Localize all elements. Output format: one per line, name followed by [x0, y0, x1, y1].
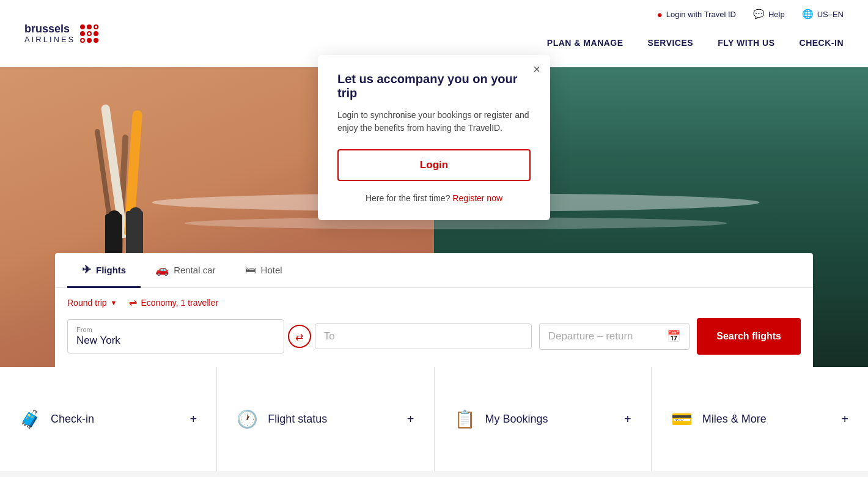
flight-status-plus: + [407, 412, 414, 426]
logo-line2: AIRLINES [24, 35, 75, 45]
car-icon: 🚗 [155, 263, 169, 276]
dot-9 [94, 38, 98, 43]
passengers-selector[interactable]: ⇌ Economy, 1 traveller [129, 297, 218, 308]
miles-icon: 💳 [671, 409, 693, 429]
bookings-label: My Bookings [485, 413, 615, 426]
modal-register-text: Here for the first time? Register now [337, 193, 531, 203]
swap-button[interactable]: ⇄ [288, 325, 311, 348]
search-panel: ✈ Flights 🚗 Rental car 🛏 Hotel Round tri… [55, 253, 813, 367]
dot-2 [87, 24, 92, 29]
tabs-bar: ✈ Flights 🚗 Rental car 🛏 Hotel [55, 253, 813, 288]
search-options: Round trip ▼ ⇌ Economy, 1 traveller [55, 288, 813, 313]
modal-description: Login to synchronise your bookings or re… [337, 109, 531, 135]
passengers-label: Economy, 1 traveller [141, 298, 218, 308]
globe-icon: 🌐 [802, 9, 814, 20]
nav-checkin[interactable]: CHECK-IN [800, 38, 844, 48]
bottom-section: 🧳 Check-in + 🕐 Flight status + 📋 My Book… [0, 367, 868, 471]
to-field[interactable]: To [315, 324, 532, 349]
nav-services[interactable]: SERVICES [648, 38, 694, 48]
miles-more-card[interactable]: 💳 Miles & More + [652, 367, 868, 471]
swap-icon: ⇄ [295, 331, 303, 342]
modal-close-button[interactable]: × [533, 62, 540, 76]
filter-icon: ⇌ [129, 297, 137, 308]
login-label: Login with Travel ID [666, 10, 736, 19]
main-nav: PLAN & MANAGE SERVICES FLY WITH US CHECK… [547, 38, 844, 48]
logo[interactable]: brussels AIRLINES [24, 23, 98, 45]
flight-status-icon: 🕐 [237, 409, 258, 429]
flight-status-label: Flight status [268, 413, 397, 426]
tab-flights[interactable]: ✈ Flights [67, 253, 141, 288]
help-icon: 💬 [753, 9, 765, 20]
tab-flights-label: Flights [96, 265, 126, 275]
dot-6 [94, 31, 98, 36]
logo-line1: brussels [24, 23, 75, 35]
flight-status-card[interactable]: 🕐 Flight status + [217, 367, 434, 471]
checkin-label: Check-in [51, 413, 180, 426]
head-2 [129, 207, 142, 221]
checkin-plus: + [190, 412, 197, 426]
dot-7 [80, 38, 85, 43]
trip-type-label: Round trip [67, 298, 107, 308]
bed-icon: 🛏 [245, 264, 256, 276]
flights-icon: ✈ [82, 263, 91, 276]
bookings-icon: 📋 [454, 409, 476, 429]
miles-label: Miles & More [702, 413, 832, 426]
dot-8 [87, 38, 92, 43]
search-flights-button[interactable]: Search flights [697, 318, 801, 355]
dot-1 [80, 24, 85, 29]
calendar-icon: 📅 [667, 330, 680, 343]
user-icon: ● [657, 9, 663, 20]
nav-fly-with-us[interactable]: FLY WITH US [718, 38, 774, 48]
tab-rental-car[interactable]: 🚗 Rental car [141, 253, 230, 288]
modal-login-button[interactable]: Login [337, 149, 531, 181]
my-bookings-card[interactable]: 📋 My Bookings + [435, 367, 652, 471]
locale-label: US–EN [817, 10, 844, 19]
login-modal: × Let us accompany you on your trip Logi… [318, 55, 550, 220]
logo-text: brussels AIRLINES [24, 23, 75, 45]
from-field[interactable]: From New York [67, 319, 284, 353]
login-link[interactable]: ● Login with Travel ID [657, 9, 736, 20]
date-field[interactable]: Departure – return 📅 [539, 323, 690, 350]
logo-dots [80, 24, 98, 43]
dot-4 [80, 31, 85, 36]
checkin-card[interactable]: 🧳 Check-in + [0, 367, 217, 471]
checkin-icon: 🧳 [20, 409, 41, 429]
tab-rental-label: Rental car [174, 265, 215, 275]
from-value: New York [76, 335, 120, 346]
search-fields: From New York ⇄ To Departure – return 📅 … [55, 313, 813, 367]
bookings-plus: + [624, 412, 631, 426]
to-placeholder: To [324, 330, 335, 342]
dot-5 [87, 31, 92, 36]
locale-selector[interactable]: 🌐 US–EN [802, 9, 844, 20]
trip-type-selector[interactable]: Round trip ▼ [67, 298, 117, 308]
tab-hotel[interactable]: 🛏 Hotel [230, 254, 297, 288]
nav-plan-manage[interactable]: PLAN & MANAGE [547, 38, 623, 48]
from-label: From [76, 326, 275, 333]
help-label: Help [768, 10, 785, 19]
modal-register-link[interactable]: Register now [452, 193, 502, 203]
dot-3 [94, 24, 98, 29]
miles-plus: + [841, 412, 848, 426]
tab-hotel-label: Hotel [261, 265, 282, 275]
chevron-down-icon: ▼ [111, 299, 117, 306]
head-1 [108, 210, 121, 224]
help-link[interactable]: 💬 Help [753, 9, 785, 20]
date-placeholder: Departure – return [548, 330, 633, 342]
modal-title: Let us accompany you on your trip [337, 72, 531, 100]
